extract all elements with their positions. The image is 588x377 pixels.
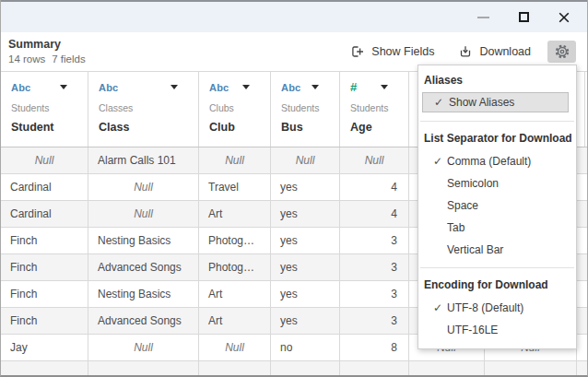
table-cell[interactable]: Advanced Songs	[88, 308, 199, 334]
column-header-age[interactable]: #StudentsAge	[340, 72, 409, 147]
table-cell[interactable]: 8	[340, 335, 409, 360]
table-cell[interactable]: yes	[271, 228, 340, 253]
table-cell[interactable]: yes	[271, 308, 340, 334]
menu-item-label: Show Aliases	[449, 96, 514, 109]
table-cell[interactable]: Null	[271, 147, 340, 173]
page-title: Summary	[8, 38, 86, 51]
view-data-window: Summary 14 rows7 fields Show Fields Down	[0, 0, 588, 377]
column-group-label: Clubs	[199, 102, 270, 114]
menu-item-vertical-bar[interactable]: Vertical Bar	[418, 239, 576, 261]
table-cell[interactable]: Cardinal	[1, 174, 88, 200]
table-cell[interactable]: Finch	[1, 281, 88, 307]
table-cell[interactable]: 3	[340, 254, 409, 280]
table-cell[interactable]: Nesting Basics	[88, 228, 199, 253]
table-cell[interactable]: Art	[199, 201, 271, 227]
table-cell[interactable]: yes	[271, 174, 340, 200]
table-cell[interactable]: Null	[199, 147, 271, 173]
column-header-class[interactable]: AbcClassesClass	[88, 72, 199, 147]
column-header-bus[interactable]: AbcStudentsBus	[271, 72, 340, 147]
table-cell[interactable]: no	[271, 335, 340, 360]
menu-item-semicolon[interactable]: Semicolon	[418, 172, 576, 194]
maximize-button[interactable]	[512, 6, 535, 29]
download-label: Download	[479, 45, 531, 58]
table-cell	[577, 228, 587, 253]
table-cell[interactable]: Finch	[1, 254, 88, 280]
field-count: 7 fields	[52, 53, 85, 65]
column-field-name: Club	[199, 121, 270, 134]
chevron-down-icon[interactable]	[242, 85, 250, 89]
chevron-down-icon[interactable]	[312, 85, 319, 89]
table-cell[interactable]: Art	[199, 308, 271, 334]
table-cell[interactable]: Photog…	[199, 254, 271, 280]
close-button[interactable]	[552, 6, 576, 29]
table-cell[interactable]: Null	[88, 335, 199, 360]
table-cell[interactable]: 4	[340, 201, 409, 227]
download-button[interactable]: Download	[453, 41, 536, 63]
column-group-label: Students	[1, 102, 88, 114]
table-cell[interactable]: Travel	[199, 174, 271, 200]
table-cell[interactable]: Null	[88, 174, 199, 200]
menu-item-label: Semicolon	[447, 177, 499, 190]
table-cell[interactable]: Cardinal	[1, 201, 88, 227]
table-cell	[577, 254, 587, 280]
menu-item-space[interactable]: Space	[418, 194, 576, 217]
row-count: 14 rows	[8, 53, 45, 65]
menu-item-comma-default[interactable]: ✓Comma (Default)	[418, 150, 576, 172]
table-cell[interactable]: Advanced Songs	[88, 254, 199, 280]
table-cell[interactable]: Null	[88, 201, 199, 227]
table-cell	[577, 147, 587, 173]
toolbar-actions: Show Fields Download	[332, 41, 576, 63]
column-group-label: Classes	[88, 102, 198, 114]
table-cell[interactable]: Null	[340, 147, 409, 173]
column-field-name: Bus	[271, 121, 339, 134]
column-header-student[interactable]: AbcStudentsStudent	[1, 72, 88, 147]
table-cell[interactable]: 3	[340, 281, 409, 307]
table-cell	[577, 174, 587, 200]
table-cell[interactable]: Art	[199, 281, 271, 307]
string-type-icon: Abc	[281, 82, 300, 93]
download-icon	[458, 44, 473, 59]
chevron-down-icon[interactable]	[60, 85, 67, 89]
table-cell[interactable]: Alarm Calls 101	[88, 147, 199, 173]
chevron-down-icon[interactable]	[171, 85, 178, 89]
menu-item-utf-8-default[interactable]: ✓UTF-8 (Default)	[418, 297, 576, 319]
table-cell[interactable]: Nesting Basics	[88, 281, 199, 307]
table-cell[interactable]: yes	[271, 281, 340, 307]
column-header-club[interactable]: AbcClubsClub	[199, 72, 271, 147]
column-group-label: Students	[340, 102, 408, 114]
menu-item-show-aliases[interactable]: ✓Show Aliases	[422, 92, 569, 112]
table-cell[interactable]: Photog…	[199, 228, 271, 253]
row-field-counts: 14 rows7 fields	[8, 53, 86, 65]
menu-item-tab[interactable]: Tab	[418, 217, 576, 239]
maximize-icon	[519, 12, 529, 22]
minimize-button[interactable]	[471, 6, 495, 29]
table-cell[interactable]: 3	[340, 228, 409, 253]
column-group-label: Students	[271, 102, 339, 114]
menu-divider	[420, 121, 574, 122]
number-type-icon: #	[350, 80, 357, 94]
table-cell[interactable]: Finch	[1, 228, 88, 253]
column-field-name: Student	[1, 121, 88, 134]
column-header-filler	[577, 72, 585, 147]
string-type-icon: Abc	[11, 82, 30, 93]
show-fields-button[interactable]: Show Fields	[345, 41, 440, 63]
menu-item-label: Space	[447, 199, 478, 212]
column-field-name: Age	[340, 121, 408, 134]
table-cell[interactable]: Finch	[1, 308, 88, 334]
gear-icon	[554, 43, 570, 60]
table-cell[interactable]: 4	[340, 174, 409, 200]
show-fields-icon	[350, 44, 365, 59]
string-type-icon: Abc	[209, 82, 229, 93]
table-cell	[199, 361, 271, 375]
menu-item-label: Vertical Bar	[447, 243, 503, 256]
table-cell[interactable]: yes	[271, 201, 340, 227]
table-cell[interactable]: Null	[199, 335, 271, 360]
table-cell	[88, 361, 199, 375]
menu-item-utf-16le[interactable]: UTF-16LE	[418, 319, 576, 341]
settings-button[interactable]	[547, 41, 576, 63]
table-cell[interactable]: Jay	[1, 335, 88, 360]
table-cell[interactable]: Null	[1, 147, 88, 173]
table-cell[interactable]: yes	[271, 254, 340, 280]
table-cell[interactable]: 3	[340, 308, 409, 334]
chevron-down-icon[interactable]	[381, 85, 388, 89]
